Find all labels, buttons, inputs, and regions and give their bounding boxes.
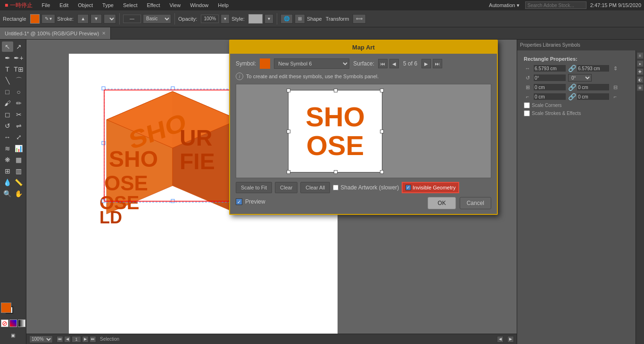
rotation-field[interactable]: 0° (533, 74, 566, 82)
zoom-select[interactable]: 100% (29, 336, 53, 343)
style-swatch[interactable] (248, 14, 263, 24)
selection-tool-btn[interactable]: ↖ (2, 41, 13, 52)
rect-tool-btn[interactable]: □ (2, 87, 13, 97)
fill-color-swatch[interactable] (30, 14, 40, 24)
invisible-geometry-btn[interactable]: ✓ Invisible Geometry (402, 182, 459, 193)
panel-icon-2[interactable]: ▸ (637, 60, 644, 67)
style-arrow-btn[interactable]: ▾ (264, 14, 273, 24)
height-field[interactable]: 6.5793 cm (577, 65, 610, 72)
pencil-btn[interactable]: ✏ (13, 98, 25, 108)
x-field[interactable]: 0 cm (533, 83, 566, 91)
shear-btn[interactable]: ⤢ (13, 132, 25, 142)
paintbrush-btn[interactable]: 🖌 (2, 98, 13, 108)
prev-page-btn[interactable]: ◀ (64, 336, 71, 343)
ellipse-tool-btn[interactable]: ○ (13, 87, 25, 97)
eyedropper-btn[interactable]: 💧 (2, 177, 13, 188)
none-icon[interactable]: ⊘ (1, 319, 8, 327)
tab-close-btn[interactable]: ✕ (102, 31, 106, 36)
link-icon[interactable]: 🔗 (568, 65, 575, 72)
status-arrow-right[interactable]: ▶ (507, 336, 514, 343)
clear-btn[interactable]: Clear (275, 182, 297, 193)
stroke-select[interactable] (104, 14, 116, 24)
menu-file[interactable]: File (40, 1, 52, 9)
stroke-down-btn[interactable]: ▼ (91, 14, 102, 24)
rotate-btn[interactable]: ↺ (2, 121, 13, 131)
reflect-btn[interactable]: ⇌ (13, 121, 25, 131)
transform-btn[interactable]: ⟺ (353, 14, 366, 24)
surface-first-btn[interactable]: ⏮ (378, 59, 388, 68)
menu-window[interactable]: Window (188, 1, 210, 9)
symbol-spray-btn[interactable]: ❋ (2, 155, 13, 165)
gradient-btn[interactable]: ▥ (13, 166, 25, 176)
menu-help[interactable]: Help (216, 1, 231, 9)
document-tab[interactable]: Untitled-1* @ 100% (RGB/GPU Preview) ✕ (0, 27, 111, 39)
fill-swatch[interactable] (1, 303, 11, 313)
opacity-field[interactable]: 100% (201, 15, 219, 23)
change-screen-mode-btn[interactable]: ▣ (2, 330, 25, 340)
pen-tool-btn[interactable]: ✒ (2, 53, 13, 63)
text-area-btn[interactable]: T⊞ (13, 64, 25, 74)
map-art-dialog[interactable]: Map Art Symbol: New Symbol 6 Surface: ⏮ … (229, 40, 498, 215)
warp-btn[interactable]: ≋ (2, 143, 13, 154)
direct-select-btn[interactable]: ↗ (13, 41, 25, 52)
last-page-btn[interactable]: ⏭ (90, 336, 96, 343)
color-icon[interactable] (9, 319, 17, 327)
search-input[interactable] (525, 1, 586, 9)
scale-corners-checkbox[interactable] (524, 102, 530, 108)
menu-select[interactable]: Select (121, 1, 140, 9)
style-select[interactable]: Basic (143, 14, 171, 24)
mesh-btn[interactable]: ⊞ (2, 166, 13, 176)
corner-x-field[interactable]: 0 cm (533, 93, 566, 100)
cancel-btn[interactable]: Cancel (460, 197, 491, 209)
corner-y-field[interactable]: 0 cm (577, 93, 610, 100)
scale-to-fit-btn[interactable]: Scale to Fit (236, 182, 272, 193)
brush-options-btn[interactable]: ✎ ▾ (41, 14, 56, 24)
gradient-swatch-icon[interactable] (18, 319, 25, 327)
scale-btn[interactable]: ↔ (2, 132, 13, 142)
rotation-select[interactable]: 0° (568, 74, 592, 82)
hand-btn[interactable]: ✋ (13, 188, 25, 199)
y-field[interactable]: 0 cm (577, 83, 610, 91)
stroke-up-btn[interactable]: ▲ (77, 14, 89, 24)
width-field[interactable]: 6.5793 cm (533, 65, 566, 72)
add-anchor-btn[interactable]: ✒+ (13, 53, 25, 63)
globe-btn[interactable]: 🌐 (281, 14, 293, 24)
symbol-select[interactable]: New Symbol 6 (274, 58, 349, 69)
panel-icon-3[interactable]: ✚ (637, 68, 644, 75)
first-page-btn[interactable]: ⏮ (57, 336, 63, 343)
panel-icon-4[interactable]: ◐ (637, 76, 644, 83)
graph-btn[interactable]: 📊 (13, 143, 25, 154)
panel-icon-5[interactable]: ⊕ (637, 84, 644, 91)
zoom-btn[interactable]: 🔍 (2, 188, 13, 199)
status-arrow-left[interactable]: ◀ (497, 336, 504, 343)
stroke-weight-field[interactable] (123, 15, 141, 23)
menu-object[interactable]: Object (76, 1, 95, 9)
panel-icon-1[interactable]: ≡ (637, 52, 644, 59)
measure-btn[interactable]: 📏 (13, 177, 25, 188)
scale-strokes-checkbox[interactable] (524, 110, 530, 116)
menu-edit[interactable]: Edit (58, 1, 70, 9)
clear-all-btn[interactable]: Clear All (300, 182, 330, 193)
menu-effect[interactable]: Effect (145, 1, 162, 9)
column-graph-btn[interactable]: ▦ (13, 155, 25, 165)
menu-type[interactable]: Type (100, 1, 116, 9)
menu-view[interactable]: View (167, 1, 182, 9)
preview-checkbox[interactable]: ✓ (236, 198, 242, 205)
text-tool-btn[interactable]: T (2, 64, 13, 74)
opacity-arrow-btn[interactable]: ▾ (221, 14, 230, 24)
eraser-btn[interactable]: ◻ (2, 109, 13, 120)
align-btn[interactable]: ⊞ (295, 14, 305, 24)
surface-next-btn[interactable]: ▶ (421, 59, 431, 68)
shade-artwork-checkbox[interactable] (333, 185, 339, 190)
symbol-icon (260, 58, 270, 69)
page-number-field[interactable] (72, 336, 81, 343)
surface-last-btn[interactable]: ⏭ (433, 59, 442, 68)
arc-tool-btn[interactable]: ⌒ (13, 75, 25, 86)
ok-btn[interactable]: OK (428, 197, 455, 209)
automation-menu[interactable]: Automation ▾ (487, 1, 521, 9)
surface-prev-btn[interactable]: ◀ (389, 59, 399, 68)
line-tool-btn[interactable]: ╲ (2, 75, 13, 86)
pause-btn[interactable]: ■ 一時停止 (3, 0, 34, 10)
next-page-btn[interactable]: ▶ (82, 336, 89, 343)
scissors-btn[interactable]: ✂ (13, 109, 25, 120)
